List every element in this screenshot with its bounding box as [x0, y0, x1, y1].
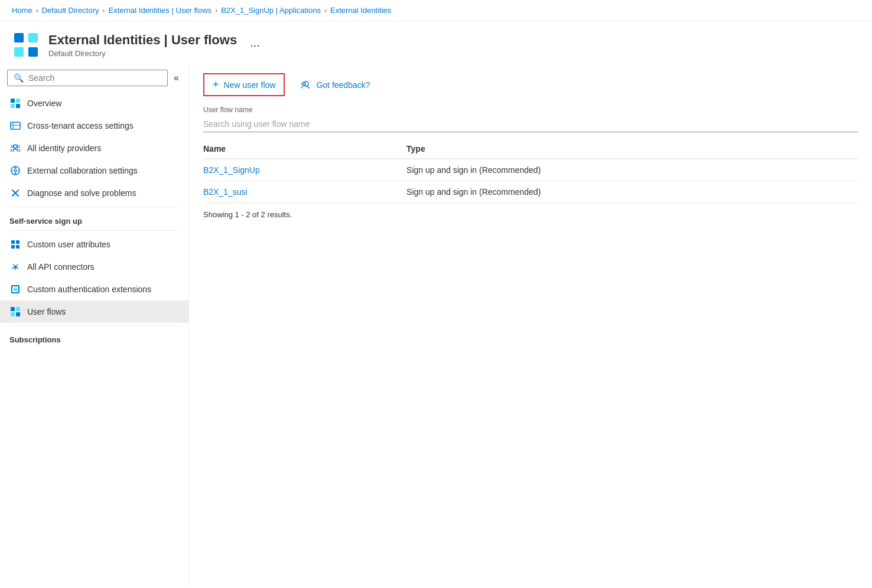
breadcrumb-user-flows[interactable]: External Identities | User flows — [109, 6, 212, 15]
sidebar-search-row: 🔍 « — [0, 64, 188, 92]
sidebar-item-custom-auth-label: Custom authentication extensions — [27, 285, 151, 294]
breadcrumb: Home › Default Directory › External Iden… — [0, 0, 872, 21]
search-input[interactable] — [28, 73, 161, 83]
nav-divider-2 — [9, 230, 179, 231]
svg-rect-30 — [11, 307, 15, 311]
sidebar-item-user-flows-label: User flows — [27, 307, 66, 316]
sidebar-item-ext-collab-label: External collaboration settings — [27, 166, 138, 175]
filter-label: User flow name — [203, 106, 858, 114]
table-cell-type: Sign up and sign in (Recommended) — [406, 159, 858, 181]
row-name-link[interactable]: B2X_1_SignUp — [203, 165, 260, 175]
svg-rect-32 — [11, 312, 15, 316]
table-row[interactable]: B2X_1_susiSign up and sign in (Recommend… — [203, 181, 858, 203]
page-header-icon — [12, 31, 40, 59]
showing-text: Showing 1 - 2 of 2 results. — [203, 210, 858, 219]
svg-rect-24 — [11, 245, 15, 249]
new-user-flow-button[interactable]: + New user flow — [203, 73, 285, 96]
page-title: External Identities | User flows — [48, 32, 237, 48]
breadcrumb-default-directory[interactable]: Default Directory — [42, 6, 99, 15]
table-header-row: Name Type — [203, 139, 858, 159]
table-cell-name: B2X_1_SignUp — [203, 159, 406, 181]
svg-rect-0 — [14, 33, 24, 43]
sidebar-item-custom-attrs[interactable]: Custom user attributes — [0, 233, 188, 256]
sidebar-item-overview[interactable]: Overview — [0, 92, 188, 115]
filter-input[interactable] — [203, 116, 858, 132]
sidebar-search-container[interactable]: 🔍 — [7, 70, 168, 86]
overview-icon — [9, 97, 21, 109]
nav-divider-3 — [9, 325, 179, 326]
sidebar-item-all-identity[interactable]: All identity providers — [0, 137, 188, 159]
sidebar-item-api-connectors-label: All API connectors — [27, 262, 95, 272]
sidebar-item-diagnose[interactable]: Diagnose and solve problems — [0, 182, 188, 204]
sidebar-item-user-flows[interactable]: User flows — [0, 300, 188, 323]
ext-collab-icon — [9, 165, 21, 177]
sidebar-nav: Overview Cross-tenant access settings — [0, 92, 188, 587]
table-cell-name: B2X_1_susi — [203, 181, 406, 203]
sidebar-item-ext-collab[interactable]: External collaboration settings — [0, 159, 188, 182]
sidebar-item-all-identity-label: All identity providers — [27, 143, 101, 153]
svg-rect-2 — [28, 33, 38, 43]
svg-rect-8 — [11, 99, 15, 103]
sidebar-item-cross-tenant[interactable]: Cross-tenant access settings — [0, 115, 188, 137]
svg-rect-12 — [11, 122, 20, 129]
svg-rect-25 — [16, 245, 19, 249]
feedback-icon — [301, 80, 311, 90]
sidebar-item-api-connectors[interactable]: All API connectors — [0, 256, 188, 278]
svg-rect-9 — [16, 99, 20, 103]
filter-row: User flow name — [203, 106, 858, 132]
column-type: Type — [406, 139, 858, 159]
sidebar-item-custom-attrs-label: Custom user attributes — [27, 240, 110, 249]
svg-rect-22 — [11, 240, 15, 244]
sidebar-item-cross-tenant-label: Cross-tenant access settings — [27, 121, 134, 130]
content-toolbar: + New user flow Got feedback? — [203, 73, 858, 96]
search-icon: 🔍 — [14, 73, 24, 83]
plus-icon: + — [213, 79, 219, 91]
page-subtitle: Default Directory — [48, 49, 237, 58]
feedback-label: Got feedback? — [316, 80, 370, 90]
sidebar-collapse-button[interactable]: « — [171, 70, 181, 86]
table-row[interactable]: B2X_1_SignUpSign up and sign in (Recomme… — [203, 159, 858, 181]
svg-point-26 — [14, 266, 17, 268]
user-flows-icon — [9, 306, 21, 318]
api-connectors-icon — [9, 261, 21, 273]
svg-rect-11 — [16, 104, 20, 108]
all-identity-icon — [9, 142, 21, 154]
svg-rect-1 — [14, 47, 24, 57]
svg-point-15 — [14, 145, 17, 148]
nav-divider-1 — [9, 207, 179, 207]
column-name: Name — [203, 139, 406, 159]
breadcrumb-external-identities[interactable]: External Identities — [330, 6, 391, 15]
table-cell-type: Sign up and sign in (Recommended) — [406, 181, 858, 203]
diagnose-icon — [9, 187, 21, 199]
page-header: External Identities | User flows Default… — [0, 21, 872, 64]
svg-rect-31 — [16, 307, 20, 311]
custom-attrs-icon — [9, 239, 21, 250]
results-table: Name Type B2X_1_SignUpSign up and sign i… — [203, 139, 858, 203]
new-user-flow-label: New user flow — [224, 80, 276, 90]
breadcrumb-home[interactable]: Home — [12, 6, 32, 15]
svg-rect-29 — [14, 288, 17, 291]
sidebar-item-overview-label: Overview — [27, 99, 61, 108]
main-layout: 🔍 « Overview — [0, 64, 872, 587]
header-more-button[interactable]: ··· — [250, 38, 260, 52]
breadcrumb-b2x-applications[interactable]: B2X_1_SignUp | Applications — [221, 6, 321, 15]
cross-tenant-icon — [9, 120, 21, 132]
custom-auth-icon — [9, 283, 21, 295]
svg-rect-23 — [16, 240, 19, 244]
content-area: + New user flow Got feedback? User flow … — [189, 64, 872, 587]
feedback-button[interactable]: Got feedback? — [292, 75, 379, 95]
svg-rect-3 — [28, 47, 38, 57]
sidebar: 🔍 « Overview — [0, 64, 189, 587]
svg-rect-10 — [11, 104, 15, 108]
nav-section-self-service: Self-service sign up — [0, 210, 188, 228]
row-name-link[interactable]: B2X_1_susi — [203, 187, 248, 197]
sidebar-item-diagnose-label: Diagnose and solve problems — [27, 188, 136, 198]
svg-rect-33 — [16, 312, 20, 316]
sidebar-item-custom-auth[interactable]: Custom authentication extensions — [0, 278, 188, 300]
nav-section-subscriptions: Subscriptions — [0, 328, 188, 347]
